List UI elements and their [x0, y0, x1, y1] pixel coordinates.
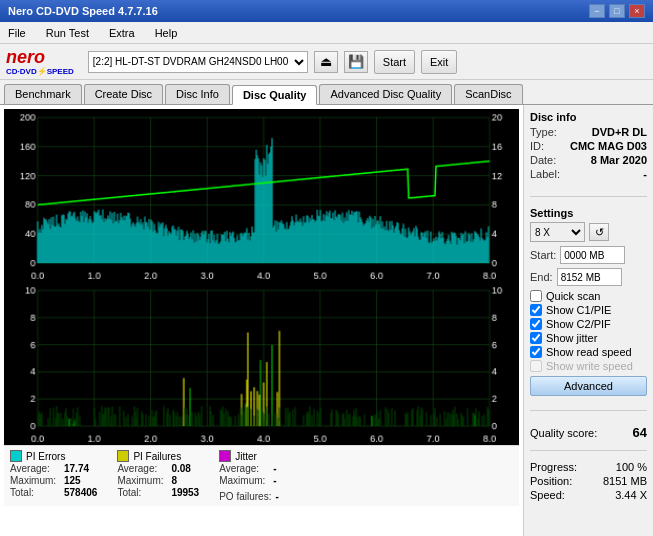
po-failures-label: PO failures: — [219, 491, 271, 502]
progress-label: Progress: — [530, 461, 577, 473]
pi-errors-total-label: Total: — [10, 487, 60, 498]
progress-row: Progress: 100 % — [530, 461, 647, 473]
menu-help[interactable]: Help — [151, 25, 182, 41]
show-read-speed-checkbox[interactable] — [530, 346, 542, 358]
divider-2 — [530, 410, 647, 411]
end-input[interactable] — [557, 268, 622, 286]
drive-selector[interactable]: [2:2] HL-DT-ST DVDRAM GH24NSD0 LH00 — [88, 51, 308, 73]
minimize-button[interactable]: − — [589, 4, 605, 18]
jitter-max-value: - — [273, 475, 276, 486]
pi-failures-max-label: Maximum: — [117, 475, 167, 486]
tab-create-disc[interactable]: Create Disc — [84, 84, 163, 104]
sidebar: Disc info Type: DVD+R DL ID: CMC MAG D03… — [523, 105, 653, 536]
title-bar: Nero CD-DVD Speed 4.7.7.16 − □ × — [0, 0, 653, 22]
pi-failures-avg-value: 0.08 — [171, 463, 190, 474]
disc-label-label: Label: — [530, 168, 560, 180]
pi-failures-total-label: Total: — [117, 487, 167, 498]
show-c1-label: Show C1/PIE — [546, 304, 611, 316]
tab-bar: Benchmark Create Disc Disc Info Disc Qua… — [0, 80, 653, 105]
disc-type-label: Type: — [530, 126, 557, 138]
show-read-speed-label: Show read speed — [546, 346, 632, 358]
disc-id-row: ID: CMC MAG D03 — [530, 140, 647, 152]
menu-extra[interactable]: Extra — [105, 25, 139, 41]
tab-disc-info[interactable]: Disc Info — [165, 84, 230, 104]
maximize-button[interactable]: □ — [609, 4, 625, 18]
main-content: PI Errors Average: 17.74 Maximum: 125 To… — [0, 105, 653, 536]
show-write-speed-checkbox — [530, 360, 542, 372]
po-failures-value: - — [275, 491, 278, 502]
advanced-button[interactable]: Advanced — [530, 376, 647, 396]
position-label: Position: — [530, 475, 572, 487]
quick-scan-row: Quick scan — [530, 290, 647, 302]
pi-errors-total-value: 578406 — [64, 487, 97, 498]
disc-id-value: CMC MAG D03 — [570, 140, 647, 152]
end-label: End: — [530, 271, 553, 283]
start-label: Start: — [530, 249, 556, 261]
settings-title: Settings — [530, 207, 647, 219]
save-icon[interactable]: 💾 — [344, 51, 368, 73]
pi-failures-max-value: 8 — [171, 475, 177, 486]
disc-id-label: ID: — [530, 140, 544, 152]
show-write-speed-row: Show write speed — [530, 360, 647, 372]
jitter-avg-value: - — [273, 463, 276, 474]
menu-file[interactable]: File — [4, 25, 30, 41]
tab-disc-quality[interactable]: Disc Quality — [232, 85, 318, 105]
show-c1-row: Show C1/PIE — [530, 304, 647, 316]
disc-info-title: Disc info — [530, 111, 647, 123]
speed-value2: 3.44 X — [615, 489, 647, 501]
tab-benchmark[interactable]: Benchmark — [4, 84, 82, 104]
start-button[interactable]: Start — [374, 50, 415, 74]
disc-type-row: Type: DVD+R DL — [530, 126, 647, 138]
speed-row: 8 X 4 X 2 X MAX ↺ — [530, 222, 647, 242]
refresh-icon[interactable]: ↺ — [589, 223, 609, 241]
legend-pi-failures: PI Failures Average: 0.08 Maximum: 8 Tot… — [117, 450, 199, 502]
tab-advanced-disc-quality[interactable]: Advanced Disc Quality — [319, 84, 452, 104]
show-c2-checkbox[interactable] — [530, 318, 542, 330]
show-jitter-label: Show jitter — [546, 332, 597, 344]
disc-type-value: DVD+R DL — [592, 126, 647, 138]
disc-label-value: - — [643, 168, 647, 180]
show-c2-label: Show C2/PIF — [546, 318, 611, 330]
tab-scan-disc[interactable]: ScanDisc — [454, 84, 522, 104]
upper-chart — [4, 109, 519, 282]
pi-errors-max-label: Maximum: — [10, 475, 60, 486]
nero-logo: nero CD·DVD⚡SPEED — [6, 47, 74, 76]
pi-errors-max-value: 125 — [64, 475, 81, 486]
jitter-avg-label: Average: — [219, 463, 269, 474]
settings-section: Settings 8 X 4 X 2 X MAX ↺ Start: End: — [530, 207, 647, 396]
legend-jitter: Jitter Average: - Maximum: - PO failures… — [219, 450, 279, 502]
exit-button[interactable]: Exit — [421, 50, 457, 74]
pi-errors-color — [10, 450, 22, 462]
show-c1-checkbox[interactable] — [530, 304, 542, 316]
pi-failures-total-value: 19953 — [171, 487, 199, 498]
quick-scan-checkbox[interactable] — [530, 290, 542, 302]
nero-product: CD·DVD⚡SPEED — [6, 68, 74, 76]
end-row: End: — [530, 268, 647, 286]
jitter-max-label: Maximum: — [219, 475, 269, 486]
quality-score-label: Quality score: — [530, 427, 597, 439]
show-jitter-row: Show jitter — [530, 332, 647, 344]
progress-value: 100 % — [616, 461, 647, 473]
disc-info-section: Disc info Type: DVD+R DL ID: CMC MAG D03… — [530, 111, 647, 182]
pi-errors-label: PI Errors — [26, 451, 65, 462]
disc-label-row: Label: - — [530, 168, 647, 180]
quality-score-section: Quality score: 64 — [530, 425, 647, 440]
window-controls: − □ × — [589, 4, 645, 18]
show-c2-row: Show C2/PIF — [530, 318, 647, 330]
menu-run-test[interactable]: Run Test — [42, 25, 93, 41]
legend-bar: PI Errors Average: 17.74 Maximum: 125 To… — [4, 445, 519, 506]
quality-score-value: 64 — [633, 425, 647, 440]
toolbar: nero CD·DVD⚡SPEED [2:2] HL-DT-ST DVDRAM … — [0, 44, 653, 80]
eject-icon[interactable]: ⏏ — [314, 51, 338, 73]
show-jitter-checkbox[interactable] — [530, 332, 542, 344]
close-button[interactable]: × — [629, 4, 645, 18]
start-input[interactable] — [560, 246, 625, 264]
speed-selector[interactable]: 8 X 4 X 2 X MAX — [530, 222, 585, 242]
disc-date-label: Date: — [530, 154, 556, 166]
app-title: Nero CD-DVD Speed 4.7.7.16 — [8, 5, 158, 17]
pi-errors-avg-value: 17.74 — [64, 463, 89, 474]
nero-brand: nero — [6, 47, 45, 68]
speed-row2: Speed: 3.44 X — [530, 489, 647, 501]
pi-failures-color — [117, 450, 129, 462]
menu-bar: File Run Test Extra Help — [0, 22, 653, 44]
